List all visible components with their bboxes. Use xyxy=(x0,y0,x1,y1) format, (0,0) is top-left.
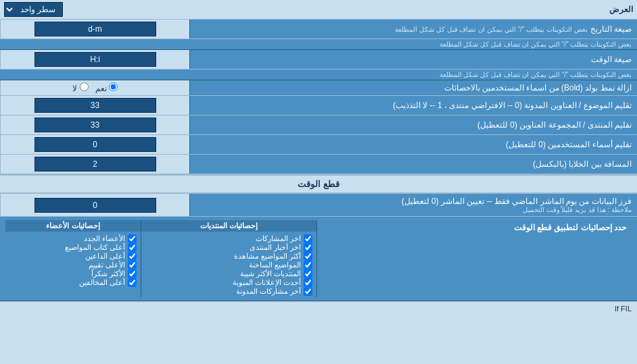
cutoff-row: فرز البيانات من يوم الماشر الماضي فقط --… xyxy=(0,194,637,217)
cell-spacing-input[interactable] xyxy=(34,157,156,172)
bold-radio-group: نعم لا xyxy=(72,82,118,93)
member-stats-items: الأعضاء الجدد أعلى كتاب المواضيع أعلى ال… xyxy=(5,233,141,288)
time-format-input[interactable] xyxy=(34,52,156,67)
top-row: العرض سطر واحد سطرين ثلاثة أسطر xyxy=(0,0,637,20)
checkbox-hot-topics[interactable] xyxy=(304,261,312,269)
date-format-input[interactable] xyxy=(34,22,156,36)
list-item: أعلى كتاب المواضيع xyxy=(9,243,137,252)
topic-title-input[interactable] xyxy=(34,98,156,113)
bold-remove-label: ازالة نمط بولد (Bold) من اسماء المستخدمي… xyxy=(189,80,637,95)
list-item: أعلى المخالفين xyxy=(9,278,137,287)
radio-yes[interactable] xyxy=(109,82,118,91)
list-item: الأعضاء الجدد xyxy=(9,234,137,243)
list-item: الأكثر شكراً xyxy=(9,269,137,278)
forum-title-input-cell xyxy=(0,115,189,134)
checkbox-forum-news[interactable] xyxy=(304,243,312,252)
checkbox-announcements[interactable] xyxy=(304,278,312,287)
date-sublabel: بعض التكوينات يتطلب "/" التي يمكن ان تضا… xyxy=(0,39,637,50)
cutoff-input[interactable] xyxy=(34,198,156,213)
username-trim-input[interactable] xyxy=(34,137,156,152)
date-format-row: صيغة التاريخ بعض التكوينات يتطلب "/" الت… xyxy=(0,20,637,39)
topic-title-label: تقليم الموضوع / العناوين المدونة (0 -- ا… xyxy=(189,96,637,115)
checkbox-most-viewed[interactable] xyxy=(304,252,312,261)
checkboxes-header-label: حدد إحصائيات لتطبيق قطع الوقت xyxy=(316,220,632,297)
cell-spacing-row: المسافة بين الخلايا (بالبكسل) xyxy=(0,155,637,174)
cell-spacing-input-cell xyxy=(0,155,189,174)
list-item: أعلى الداعين xyxy=(9,252,137,261)
checkboxes-section: حدد إحصائيات لتطبيق قطع الوقت إحصائيات ا… xyxy=(0,217,637,301)
cutoff-input-cell xyxy=(0,194,189,216)
checkbox-latest-posts[interactable] xyxy=(304,234,312,243)
topic-title-row: تقليم الموضوع / العناوين المدونة (0 -- ا… xyxy=(0,96,637,115)
username-trim-label: تقليم أسماء المستخدمين (0 للتعطيل) xyxy=(189,135,637,154)
time-sublabel: بعض التكوينات يتطلب "/" التي يمكن ان تضا… xyxy=(0,70,637,80)
date-format-input-cell xyxy=(0,20,189,38)
username-trim-input-cell xyxy=(0,135,189,154)
forum-stats-items: اخر المشاركات اخر أخبار المنتدى أكثر الم… xyxy=(141,233,316,297)
forum-stats-header: إحصائيات المنتديات xyxy=(141,220,316,232)
time-format-input-cell xyxy=(0,50,189,69)
cutoff-section-header: قطع الوقت xyxy=(0,174,637,194)
top-label: العرض xyxy=(609,5,633,14)
time-format-row: صيغة الوقت xyxy=(0,50,637,70)
checkboxes-layout: حدد إحصائيات لتطبيق قطع الوقت إحصائيات ا… xyxy=(5,220,632,297)
checkbox-new-members[interactable] xyxy=(128,234,137,243)
list-item: أحدث الإعلانات المبوبة xyxy=(145,278,312,287)
list-item: المنتديات الأكثر شيبة xyxy=(145,269,312,278)
member-stats-col: إحصائيات الأعضاء الأعضاء الجدد أعلى كتاب… xyxy=(5,220,141,297)
cutoff-label: فرز البيانات من يوم الماشر الماضي فقط --… xyxy=(189,194,637,216)
checkbox-top-rated[interactable] xyxy=(128,261,137,269)
checkbox-top-violators[interactable] xyxy=(128,278,137,287)
checkbox-blog-posts[interactable] xyxy=(304,287,312,296)
checkbox-top-inviters[interactable] xyxy=(128,252,137,261)
forum-title-input[interactable] xyxy=(34,118,156,132)
radio-no-label[interactable]: لا xyxy=(72,82,88,93)
forum-title-row: تقليم المنتدى / المجموعة العناوين (0 للت… xyxy=(0,115,637,135)
display-select[interactable]: سطر واحد سطرين ثلاثة أسطر xyxy=(4,2,63,17)
list-item: اخر المشاركات xyxy=(145,234,312,243)
forum-title-label: تقليم المنتدى / المجموعة العناوين (0 للت… xyxy=(189,115,637,134)
list-item: المواضيع الساخنة xyxy=(145,261,312,269)
username-trim-row: تقليم أسماء المستخدمين (0 للتعطيل) xyxy=(0,135,637,155)
checkbox-top-writers[interactable] xyxy=(128,243,137,252)
member-stats-header: إحصائيات الأعضاء xyxy=(5,220,141,232)
bottom-text-area: If FIL xyxy=(0,301,637,315)
date-format-label: صيغة التاريخ بعض التكوينات يتطلب "/" الت… xyxy=(189,20,637,38)
checkbox-most-popular[interactable] xyxy=(304,269,312,278)
forum-stats-col: إحصائيات المنتديات اخر المشاركات اخر أخب… xyxy=(141,220,316,297)
checkbox-most-thanks[interactable] xyxy=(128,269,137,278)
list-item: اخر أخبار المنتدى xyxy=(145,243,312,252)
time-format-label: صيغة الوقت xyxy=(189,50,637,69)
cell-spacing-label: المسافة بين الخلايا (بالبكسل) xyxy=(189,155,637,174)
bold-remove-row: ازالة نمط بولد (Bold) من اسماء المستخدمي… xyxy=(0,80,637,96)
list-item: أكثر المواضيع مشاهدة xyxy=(145,252,312,261)
list-item: آخر مشاركات المدونة xyxy=(145,287,312,296)
radio-no[interactable] xyxy=(80,82,89,91)
list-item: الأعلى تقييم xyxy=(9,261,137,269)
topic-title-input-cell xyxy=(0,96,189,115)
radio-yes-label[interactable]: نعم xyxy=(95,82,118,93)
bold-remove-input-cell: نعم لا xyxy=(0,80,189,95)
